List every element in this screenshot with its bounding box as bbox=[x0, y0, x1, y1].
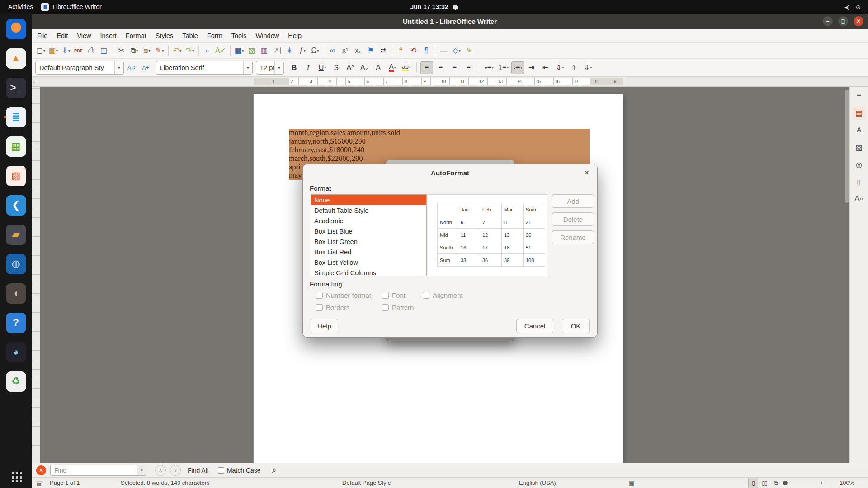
menu-item[interactable]: File bbox=[33, 29, 52, 42]
font-size-combobox[interactable]: 12 pt ▾ bbox=[256, 61, 284, 75]
style-option-box-list-yellow[interactable]: Box List Yellow bbox=[311, 257, 426, 267]
activities-button[interactable]: Activities bbox=[0, 0, 41, 14]
horizontal-ruler[interactable]: ⌐ 12345678910111213141516171819 bbox=[32, 77, 868, 87]
selected-text-line[interactable]: february,east,$18000,240 bbox=[289, 146, 590, 155]
print-button[interactable]: ⎙ bbox=[85, 44, 98, 57]
insert-comment-button[interactable]: ❝ bbox=[395, 44, 407, 57]
highlight-color-button[interactable]: ab ▾ bbox=[400, 61, 413, 74]
multi-page-view[interactable]: ▯▯ bbox=[760, 478, 769, 488]
style-option-default-table-style[interactable]: Default Table Style bbox=[311, 205, 426, 216]
style-option-none[interactable]: None bbox=[311, 195, 426, 205]
align-left-button[interactable]: ≡ bbox=[420, 61, 433, 74]
ordered-list-button[interactable]: 1≡ ▾ bbox=[497, 61, 510, 74]
selected-text-line[interactable]: january,north,$15000,200 bbox=[289, 137, 590, 146]
redo-button[interactable]: ↷ ▾ bbox=[184, 44, 196, 57]
page-icon[interactable]: ▯ bbox=[852, 175, 866, 188]
chevron-down-icon[interactable]: ▾ bbox=[114, 61, 123, 74]
status-left-icon[interactable]: ▤ bbox=[36, 478, 42, 488]
insert-hyperlink-button[interactable]: ∞ bbox=[326, 44, 339, 57]
page-number-status[interactable]: Page 1 of 1 bbox=[50, 478, 80, 488]
find-replace-button[interactable]: ⌕ bbox=[201, 44, 214, 57]
italic-button[interactable]: I bbox=[302, 61, 315, 74]
formatting-marks-button[interactable]: ¶ bbox=[420, 44, 433, 57]
insert-image-button[interactable]: ▧ bbox=[245, 44, 258, 57]
chevron-down-icon[interactable]: ▾ bbox=[243, 61, 252, 74]
number-format-checkbox[interactable]: Number format bbox=[316, 291, 382, 299]
increase-paragraph-spacing-button[interactable]: ⇧ bbox=[567, 61, 580, 74]
zoom-level[interactable]: 100% bbox=[840, 478, 854, 488]
menu-item[interactable]: Tools bbox=[227, 29, 251, 42]
align-justified-button[interactable]: ≡ bbox=[462, 61, 475, 74]
minimize-button[interactable]: – bbox=[823, 16, 833, 26]
update-style-button[interactable]: A↺ bbox=[125, 61, 138, 74]
bold-button[interactable]: B bbox=[288, 61, 301, 74]
window-titlebar[interactable]: Untitled 1 - LibreOffice Writer – ▢ ✕ bbox=[32, 14, 868, 29]
style-option-academic[interactable]: Academic bbox=[311, 216, 426, 226]
help[interactable]: ? bbox=[3, 310, 28, 335]
navigator-icon[interactable]: ◎ bbox=[852, 158, 866, 171]
checkbox-icon[interactable] bbox=[423, 292, 429, 299]
menu-item[interactable]: Help bbox=[283, 29, 306, 42]
paragraph-style-combobox[interactable]: Default Paragraph Sty ▾ bbox=[35, 61, 124, 75]
selected-text-line[interactable]: month,region,sales amount,units sold bbox=[289, 129, 590, 137]
form-design-icon[interactable]: ▣ bbox=[629, 478, 634, 488]
table-style-listbox[interactable]: NoneDefault Table StyleAcademicBox List … bbox=[311, 194, 427, 276]
save-button[interactable]: ⇓ ▾ bbox=[60, 44, 72, 57]
insert-table-button[interactable]: ▦ ▾ bbox=[233, 44, 245, 57]
menu-item[interactable]: Form bbox=[203, 29, 227, 42]
app-light[interactable]: ♻ bbox=[3, 369, 28, 394]
dialog-close-button[interactable]: ✕ bbox=[582, 168, 592, 178]
new-document-button[interactable]: ▢ ▾ bbox=[34, 44, 47, 57]
insert-cross-reference-button[interactable]: ⇄ bbox=[377, 44, 390, 57]
cut-button[interactable]: ✂ bbox=[115, 44, 128, 57]
libreoffice-impress[interactable]: ▧ bbox=[3, 163, 28, 188]
clock-area[interactable]: Jun 17 13:32 bbox=[410, 3, 458, 10]
scrollbar-thumb[interactable] bbox=[845, 90, 849, 203]
zoom-slider-handle[interactable] bbox=[783, 481, 788, 485]
tab-stop-selector[interactable]: ⌐ bbox=[33, 77, 37, 87]
style-option-box-list-blue[interactable]: Box List Blue bbox=[311, 226, 426, 236]
menu-item[interactable]: Format bbox=[121, 29, 151, 42]
find-next-button[interactable]: ∨ bbox=[170, 465, 181, 476]
system-tray[interactable]: ◂) ⊙ bbox=[844, 4, 868, 10]
app-dark-circle[interactable]: ◕ bbox=[3, 339, 28, 365]
spelling-button[interactable]: A✓ bbox=[214, 44, 228, 57]
insert-footnote-button[interactable]: x¹ bbox=[339, 44, 352, 57]
delete-button[interactable]: Delete bbox=[552, 212, 594, 226]
decrease-paragraph-spacing-button[interactable]: ⇩ ▾ bbox=[581, 61, 594, 74]
word-count-status[interactable]: Selected: 8 words, 149 characters bbox=[121, 478, 210, 488]
libreoffice-writer[interactable]: ≣ bbox=[3, 104, 28, 130]
language-status[interactable]: English (USA) bbox=[519, 478, 556, 488]
print-preview-button[interactable]: ◫ bbox=[98, 44, 110, 57]
new-style-button[interactable]: A+ bbox=[139, 61, 152, 74]
insert-page-break-button[interactable]: ↡ bbox=[283, 44, 296, 57]
zoom-in-button[interactable]: + bbox=[820, 478, 824, 488]
insert-textbox-button[interactable]: A bbox=[271, 44, 283, 57]
zoom-out-button[interactable]: − bbox=[772, 478, 776, 488]
volume-icon[interactable]: ◂) bbox=[844, 4, 849, 10]
menu-item[interactable]: Styles bbox=[151, 29, 178, 42]
firefox[interactable] bbox=[3, 16, 28, 42]
undo-button[interactable]: ↶ ▾ bbox=[171, 44, 184, 57]
font-color-button[interactable]: A ▾ bbox=[386, 61, 399, 74]
maximize-button[interactable]: ▢ bbox=[838, 16, 848, 26]
menu-item[interactable]: Table bbox=[178, 29, 203, 42]
menu-item[interactable]: Edit bbox=[52, 29, 72, 42]
style-option-box-list-green[interactable]: Box List Green bbox=[311, 236, 426, 247]
properties-icon[interactable]: ▤ bbox=[852, 106, 866, 120]
menu-item[interactable]: View bbox=[72, 29, 95, 42]
borders-checkbox[interactable]: Borders bbox=[316, 304, 382, 311]
insert-endnote-button[interactable]: x₁ bbox=[352, 44, 364, 57]
find-and-replace-icon[interactable]: ⌕ bbox=[269, 465, 280, 476]
export-pdf-button[interactable]: PDF bbox=[72, 44, 85, 57]
checkbox-icon[interactable] bbox=[316, 292, 323, 299]
font-name-combobox[interactable]: Liberation Serif ▾ bbox=[156, 61, 253, 75]
increase-indent-button[interactable]: ⇥ bbox=[525, 61, 538, 74]
style-inspector-icon[interactable]: A⌕ bbox=[852, 192, 866, 206]
checkbox-icon[interactable] bbox=[218, 467, 224, 474]
open-file-button[interactable]: ▣ ▾ bbox=[47, 44, 60, 57]
strikethrough-button[interactable]: S bbox=[330, 61, 343, 74]
chevron-down-icon[interactable]: ▾ bbox=[274, 61, 283, 74]
power-icon[interactable]: ⊙ bbox=[856, 4, 861, 10]
copy-button[interactable]: ⧉ ▾ bbox=[128, 44, 141, 57]
